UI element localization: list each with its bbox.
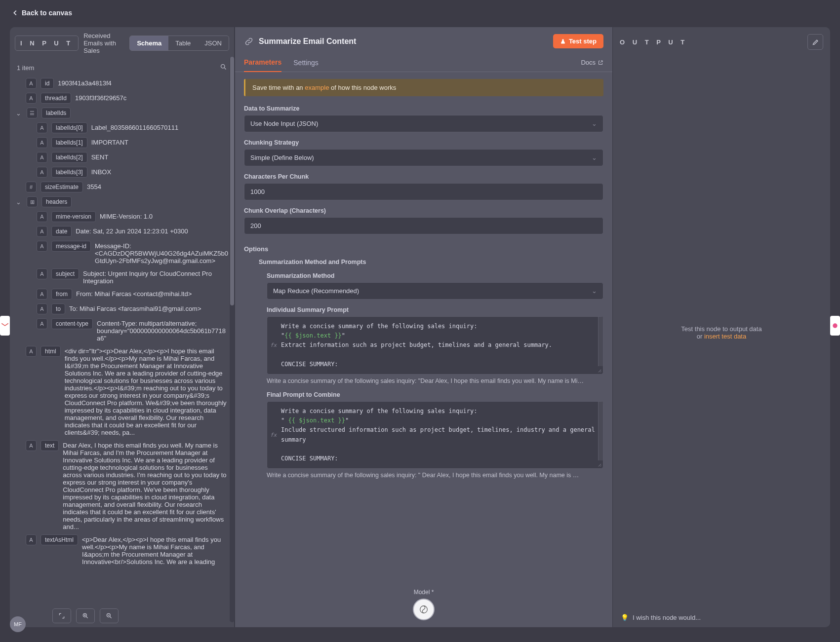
tree-row[interactable]: A content-type Content-Type: multipart/a…	[13, 316, 231, 344]
prev-node-handle[interactable]	[0, 316, 10, 336]
input-chars-per-chunk[interactable]: 1000	[244, 183, 603, 200]
type-string-icon: A	[37, 167, 47, 178]
label-chunking-strategy: Chunking Strategy	[244, 139, 603, 146]
options-header: Options	[244, 245, 603, 253]
avatar[interactable]: MF	[10, 616, 26, 632]
edit-output-button[interactable]	[807, 34, 823, 50]
select-summ-method[interactable]: Map Reduce (Recommended) ⌄	[267, 282, 603, 300]
type-string-icon: A	[37, 122, 47, 133]
wish-bar[interactable]: 💡 I wish this node would...	[613, 608, 830, 627]
type-string-icon: A	[26, 534, 37, 545]
hint-suffix: of how this node works	[329, 84, 396, 91]
output-or: or	[697, 333, 704, 340]
node-detail-panel: I N P U T Received Emails with Sales Sch…	[10, 27, 830, 627]
tree-row[interactable]: A subject Subject: Urgent Inquiry for Cl…	[13, 266, 231, 287]
insert-test-data-link[interactable]: insert test data	[704, 333, 746, 340]
textarea-indiv-prompt[interactable]: fxWrite a concise summary of the followi…	[267, 316, 603, 375]
label-data-to-summarize: Data to Summarize	[244, 105, 603, 112]
tree-row[interactable]: A labelIds[0] Label_8035866011660570111	[13, 120, 231, 135]
field-value: Subject: Urgent Inquiry for CloudConnect…	[83, 268, 228, 285]
field-key: html	[40, 346, 61, 357]
select-chunking-strategy[interactable]: Simple (Define Below) ⌄	[244, 149, 603, 166]
scrollbar[interactable]	[230, 57, 235, 622]
tree-row[interactable]: A labelIds[1] IMPORTANT	[13, 135, 231, 150]
tree-row[interactable]: A id 1903f41a3a4813f4	[13, 76, 231, 91]
tree-row[interactable]: A date Date: Sat, 22 Jun 2024 12:23:01 +…	[13, 224, 231, 239]
resize-handle-icon[interactable]	[595, 460, 602, 467]
fx-icon: fx	[270, 341, 277, 350]
chain-icon	[244, 37, 254, 46]
field-value: 1903f3f36f29657c	[75, 93, 126, 102]
tab-settings[interactable]: Settings	[293, 54, 319, 72]
fullscreen-button[interactable]	[52, 608, 71, 623]
type-string-icon: A	[37, 303, 47, 314]
field-value: <p>Dear Alex,</p><p>I hope this email fi…	[82, 534, 228, 566]
tab-parameters[interactable]: Parameters	[244, 53, 281, 72]
tree-row[interactable]: A to To: Mihai Farcas <farcasmihai91@gma…	[13, 302, 231, 316]
field-value: Dear Alex, I hope this email finds you w…	[63, 440, 228, 530]
docs-link[interactable]: Docs	[581, 54, 603, 71]
type-string-icon: A	[26, 93, 37, 104]
label-summ-method: Summarization Method	[267, 272, 603, 279]
node-title: Summarize Email Content	[259, 37, 548, 46]
field-key: id	[40, 78, 54, 89]
tab-schema[interactable]: Schema	[130, 36, 168, 50]
zoom-in-button[interactable]	[76, 608, 95, 623]
textarea-final-prompt[interactable]: fxWrite a concise summary of the followi…	[267, 401, 603, 469]
model-node[interactable]	[413, 599, 435, 620]
tree-row[interactable]: A mime-version MIME-Version: 1.0	[13, 209, 231, 224]
type-string-icon: A	[37, 211, 47, 222]
field-value: INBOX	[91, 167, 111, 176]
field-value: From: Mihai Farcas <contact@mihai.ltd>	[76, 289, 192, 298]
search-icon[interactable]	[220, 63, 227, 72]
caret-down-icon[interactable]: ⌄	[16, 108, 23, 117]
select-value: Simple (Define Below)	[250, 154, 314, 161]
type-list-icon: ☰	[27, 108, 38, 118]
tree-row[interactable]: A html <div dir="ltr"><p>Dear Alex,</p><…	[13, 344, 231, 438]
indiv-prompt-result: Write a concise summary of the following…	[267, 378, 603, 384]
input-chunk-overlap[interactable]: 200	[244, 217, 603, 234]
tab-json[interactable]: JSON	[198, 36, 229, 50]
gmail-icon	[1, 322, 9, 330]
field-key: from	[51, 289, 72, 300]
output-column: O U T P U T Test this node to output dat…	[613, 27, 830, 627]
example-hint-banner: Save time with an example of how this no…	[244, 79, 603, 96]
back-to-canvas-link[interactable]: Back to canvas	[12, 9, 72, 17]
tree-row[interactable]: A message-id Message-ID: <CAGDzDQR5BWWjU…	[13, 239, 231, 266]
input-value: 1000	[250, 188, 265, 195]
tree-row[interactable]: A textAsHtml <p>Dear Alex,</p><p>I hope …	[13, 532, 231, 567]
tree-row[interactable]: ⌄ ☰ labelIds	[13, 106, 231, 120]
schema-tree: A id 1903f41a3a4813f4 A threadId 1903f3f…	[10, 76, 234, 627]
resize-handle-icon[interactable]	[595, 366, 602, 373]
input-label: I N P U T	[15, 36, 79, 51]
tree-row[interactable]: ⌄ ⊞ headers	[13, 194, 231, 209]
output-label: O U T P U T	[620, 38, 687, 46]
test-step-button[interactable]: Test step	[553, 34, 603, 48]
tree-row[interactable]: A threadId 1903f3f36f29657c	[13, 91, 231, 106]
field-value: Date: Sat, 22 Jun 2024 12:23:01 +0300	[76, 226, 188, 235]
select-data-to-summarize[interactable]: Use Node Input (JSON) ⌄	[244, 115, 603, 132]
tree-row[interactable]: A from From: Mihai Farcas <contact@mihai…	[13, 287, 231, 302]
field-value: 3554	[87, 182, 101, 190]
field-key: to	[51, 303, 65, 314]
wish-text: I wish this node would...	[633, 614, 701, 621]
type-string-icon: A	[37, 226, 47, 237]
example-link[interactable]: example	[305, 84, 329, 91]
type-number-icon: #	[26, 182, 37, 192]
tree-row[interactable]: A labelIds[2] SENT	[13, 150, 231, 165]
scrollbar[interactable]	[598, 317, 603, 366]
chevron-down-icon: ⌄	[592, 287, 597, 295]
zoom-out-button[interactable]	[100, 608, 119, 623]
tab-table[interactable]: Table	[168, 36, 198, 50]
tree-row[interactable]: A text Dear Alex, I hope this email find…	[13, 438, 231, 532]
tree-row[interactable]: A labelIds[3] INBOX	[13, 165, 231, 180]
field-key: content-type	[51, 318, 93, 329]
field-key: labelIds[0]	[51, 122, 87, 133]
caret-down-icon[interactable]: ⌄	[16, 196, 23, 206]
scrollbar[interactable]	[598, 402, 603, 460]
field-key: sizeEstimate	[40, 182, 83, 192]
next-node-handle[interactable]	[830, 316, 840, 336]
type-string-icon: A	[37, 268, 47, 279]
tree-row[interactable]: # sizeEstimate 3554	[13, 180, 231, 194]
summ-method-prompts-header: Summarization Method and Prompts	[259, 259, 603, 265]
